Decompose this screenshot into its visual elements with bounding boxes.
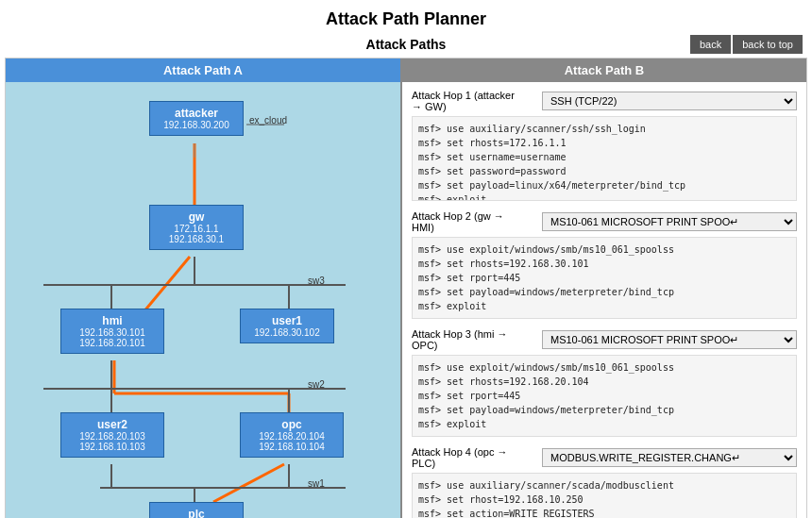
left-panel: Attack Path A bbox=[6, 58, 402, 518]
right-panel: Attack Path B Attack Hop 1 (attacker → G… bbox=[402, 58, 806, 518]
nav-buttons: back back to top bbox=[690, 35, 803, 54]
section-subtitle: Attack Paths bbox=[366, 37, 447, 52]
back-to-top-button[interactable]: back to top bbox=[733, 35, 803, 54]
hop-code-4: msf> use auxiliary/scanner/scada/modbusc… bbox=[412, 473, 797, 518]
node-attacker: attacker 192.168.30.200 bbox=[149, 101, 244, 136]
node-hmi: hmi 192.168.30.101 192.168.20.101 bbox=[60, 309, 164, 354]
page-header: Attack Path Planner bbox=[0, 0, 812, 33]
hop-select-2[interactable]: MS10-061 MICROSOFT PRINT SPOO↵ bbox=[542, 212, 797, 231]
hop-select-3[interactable]: MS10-061 MICROSOFT PRINT SPOO↵ bbox=[542, 330, 797, 349]
hop-label-3: Attack Hop 3 (hmi → OPC) bbox=[412, 328, 534, 351]
hop-code-3: msf> use exploit/windows/smb/ms10_061_sp… bbox=[412, 355, 797, 437]
hop-header-4: Attack Hop 4 (opc → PLC)MODBUS.WRITE_REG… bbox=[412, 446, 797, 469]
network-diagram: attacker 192.168.30.200 gw 172.16.1.1 19… bbox=[6, 82, 400, 518]
hop-section-2: Attack Hop 2 (gw → HMI)MS10-061 MICROSOF… bbox=[412, 210, 797, 319]
hop-section-3: Attack Hop 3 (hmi → OPC)MS10-061 MICROSO… bbox=[412, 328, 797, 437]
node-opc: opc 192.168.20.104 192.168.10.104 bbox=[240, 412, 344, 458]
hop-select-1[interactable]: SSH (TCP/22) bbox=[542, 92, 797, 110]
back-button[interactable]: back bbox=[690, 35, 731, 54]
hop-select-4[interactable]: MODBUS.WRITE_REGISTER.CHANG↵ bbox=[542, 448, 797, 467]
hop-section-1: Attack Hop 1 (attacker → GW)SSH (TCP/22)… bbox=[412, 90, 797, 201]
hop-header-1: Attack Hop 1 (attacker → GW)SSH (TCP/22) bbox=[412, 90, 797, 112]
svg-line-5 bbox=[213, 464, 284, 502]
right-content: Attack Hop 1 (attacker → GW)SSH (TCP/22)… bbox=[402, 82, 806, 518]
node-gw: gw 172.16.1.1 192.168.30.1 bbox=[149, 205, 244, 250]
svg-line-1 bbox=[143, 257, 190, 313]
hop-label-2: Attack Hop 2 (gw → HMI) bbox=[412, 210, 534, 233]
label-sw1: sw1 bbox=[308, 478, 325, 489]
node-plc: plc 192.168.10.250 bbox=[149, 502, 244, 518]
hop-label-1: Attack Hop 1 (attacker → GW) bbox=[412, 90, 534, 112]
label-sw2: sw2 bbox=[308, 379, 325, 390]
main-layout: Attack Path A bbox=[5, 58, 807, 518]
label-sw3: sw3 bbox=[308, 276, 325, 286]
label-ex-cloud: ex_cloud bbox=[249, 115, 287, 125]
hop-section-4: Attack Hop 4 (opc → PLC)MODBUS.WRITE_REG… bbox=[412, 446, 797, 518]
hops-container: Attack Hop 1 (attacker → GW)SSH (TCP/22)… bbox=[412, 90, 797, 518]
hop-code-1: msf> use auxiliary/scanner/ssh/ssh_login… bbox=[412, 116, 797, 201]
node-user2: user2 192.168.20.103 192.168.10.103 bbox=[60, 412, 164, 458]
hop-label-4: Attack Hop 4 (opc → PLC) bbox=[412, 446, 534, 469]
node-user1: user1 192.168.30.102 bbox=[240, 309, 334, 343]
hop-header-2: Attack Hop 2 (gw → HMI)MS10-061 MICROSOF… bbox=[412, 210, 797, 233]
hop-header-3: Attack Hop 3 (hmi → OPC)MS10-061 MICROSO… bbox=[412, 328, 797, 351]
left-panel-header: Attack Path A bbox=[6, 58, 400, 82]
hop-code-2: msf> use exploit/windows/smb/ms10_061_sp… bbox=[412, 237, 797, 319]
right-panel-header: Attack Path B bbox=[402, 58, 806, 82]
